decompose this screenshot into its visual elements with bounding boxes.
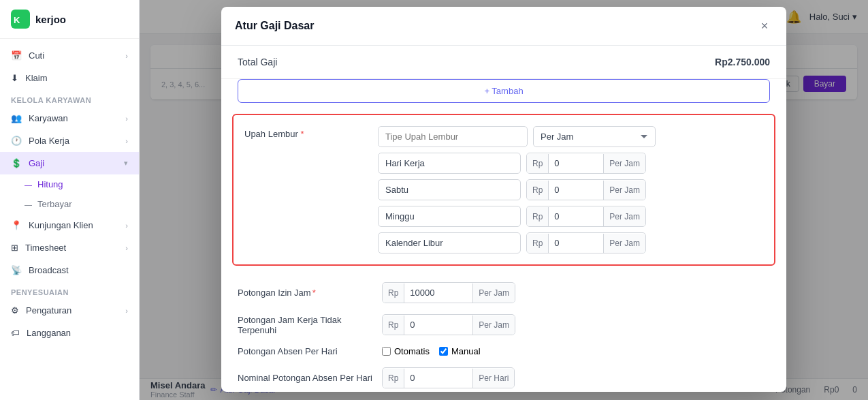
nominal-potongan-rp-prefix: Rp <box>383 369 404 388</box>
sidebar-item-label: Gaji <box>29 158 44 168</box>
hari-kerja-value-input[interactable] <box>549 153 603 173</box>
nominal-potongan-input[interactable] <box>404 368 472 388</box>
chevron-right-icon: › <box>125 221 128 230</box>
potongan-izin-label: Potongan Izin Jam* <box>238 288 374 298</box>
checkbox-otomatis-item[interactable]: Otomatis <box>382 346 430 356</box>
minggu-suffix: Per Jam <box>603 207 645 226</box>
svg-text:K: K <box>14 15 20 25</box>
kalender-libur-rp-group: Rp Per Jam <box>526 232 646 253</box>
tag-icon: 🏷 <box>11 328 20 338</box>
upah-lembur-controls: Per Jam Per Hari Per Bulan Rp <box>378 126 763 253</box>
nominal-potongan-label: Nominal Potongan Absen Per Hari <box>238 373 374 383</box>
sabtu-suffix: Per Jam <box>603 181 645 200</box>
tambah-row: + Tambah <box>221 79 786 114</box>
checkbox-otomatis-label: Otomatis <box>394 346 430 356</box>
modal-body: Total Gaji Rp2.750.000 + Tambah Upah Lem… <box>221 46 786 392</box>
total-gaji-row: Total Gaji Rp2.750.000 <box>221 46 786 79</box>
upah-tipe-row: Per Jam Per Hari Per Bulan <box>378 126 763 147</box>
dollar-icon: 💲 <box>11 158 22 168</box>
minggu-row: Rp Per Jam <box>378 206 763 227</box>
sidebar-item-kunjungan-klien[interactable]: 📍 Kunjungan Klien › <box>0 214 139 236</box>
required-star: * <box>312 288 316 298</box>
sidebar-item-label: Kunjungan Klien <box>29 220 93 230</box>
potongan-absen-label: Potongan Absen Per Hari <box>238 346 374 356</box>
tipe-upah-lembur-input[interactable] <box>378 126 528 147</box>
upah-lembur-required: * <box>300 129 304 139</box>
sidebar-item-gaji[interactable]: 💲 Gaji ▾ <box>0 152 139 174</box>
modal-title: Atur Gaji Dasar <box>235 20 314 32</box>
sidebar-item-broadcast[interactable]: 📡 Broadcast <box>0 259 139 281</box>
potongan-jam-kerja-rp-group: Rp Per Jam <box>382 314 515 335</box>
atur-gaji-dasar-modal: Atur Gaji Dasar × Total Gaji Rp2.750.000… <box>221 7 786 392</box>
rp-prefix-2: Rp <box>527 207 549 226</box>
sidebar-item-pengaturan[interactable]: ⚙ Pengaturan › <box>0 299 139 322</box>
sidebar-item-karyawan[interactable]: 👥 Karyawan › <box>0 107 139 129</box>
potongan-jam-kerja-label: Potongan Jam Kerja Tidak Terpenuhi <box>238 315 374 335</box>
nominal-potongan-controls: Rp Per Hari <box>382 367 770 388</box>
sidebar-sub-terbayar[interactable]: Terbayar <box>0 194 139 214</box>
sidebar-item-label: Cuti <box>29 50 44 61</box>
checkbox-otomatis[interactable] <box>382 347 391 356</box>
sidebar-item-langganan[interactable]: 🏷 Langganan <box>0 322 139 344</box>
chevron-right-icon: › <box>125 52 128 60</box>
sidebar-item-label: Pengaturan <box>26 305 71 316</box>
sidebar-item-label: Pola Kerja <box>29 136 69 146</box>
total-gaji-value: Rp2.750.000 <box>715 57 770 67</box>
total-gaji-label: Total Gaji <box>238 57 277 67</box>
tambah-button[interactable]: + Tambah <box>238 79 770 103</box>
sidebar-item-timesheet[interactable]: ⊞ Timesheet › <box>0 236 139 259</box>
hari-kerja-row: Rp Per Jam <box>378 153 763 174</box>
chevron-right-icon: › <box>125 137 128 145</box>
sidebar-navigation: 📅 Cuti › ⬇ Klaim Kelola Karyawan 👥 Karya… <box>0 39 139 400</box>
sidebar-item-label: Karyawan <box>29 113 68 123</box>
main-content: 🔔 Halo, Suci ▾ Gaji THP (Rp) 2, 3, 4, 5,… <box>140 0 868 400</box>
minggu-input[interactable] <box>378 206 521 227</box>
modal-overlay: Atur Gaji Dasar × Total Gaji Rp2.750.000… <box>140 0 868 400</box>
checkbox-manual[interactable] <box>439 347 448 356</box>
gear-icon: ⚙ <box>11 305 19 316</box>
minggu-rp-group: Rp Per Jam <box>526 206 646 227</box>
sidebar: K kerjoo 📅 Cuti › ⬇ Klaim Kelola Karyawa… <box>0 0 140 400</box>
clock-icon: 🕐 <box>11 136 22 146</box>
checkbox-manual-item[interactable]: Manual <box>439 346 481 356</box>
sabtu-input[interactable] <box>378 179 521 200</box>
chevron-down-icon: ▾ <box>124 159 128 168</box>
sidebar-item-label: Timesheet <box>25 243 66 253</box>
sidebar-item-klaim[interactable]: ⬇ Klaim <box>0 67 139 89</box>
potongan-absen-row: Potongan Absen Per Hari Otomatis Manual <box>221 341 786 362</box>
potongan-jam-kerja-suffix: Per Jam <box>472 316 515 335</box>
hari-kerja-suffix: Per Jam <box>603 154 645 173</box>
modal-close-button[interactable]: × <box>756 18 773 34</box>
nominal-potongan-row: Nominal Potongan Absen Per Hari Rp Per H… <box>221 362 786 392</box>
logo-text: kerjoo <box>35 14 66 25</box>
rp-prefix-3: Rp <box>527 234 549 253</box>
calendar-icon: 📅 <box>11 50 22 61</box>
potongan-jam-kerja-rp-prefix: Rp <box>383 316 404 335</box>
hari-kerja-input[interactable] <box>378 153 521 174</box>
sidebar-item-pola-kerja[interactable]: 🕐 Pola Kerja › <box>0 129 139 152</box>
nominal-potongan-suffix: Per Hari <box>472 369 514 388</box>
kalender-libur-row: Rp Per Jam <box>378 232 763 253</box>
kalender-libur-value-input[interactable] <box>549 233 603 253</box>
broadcast-icon: 📡 <box>11 265 22 275</box>
potongan-izin-input[interactable] <box>404 283 472 303</box>
rp-prefix-1: Rp <box>527 181 549 200</box>
potongan-jam-kerja-controls: Rp Per Jam <box>382 314 770 335</box>
kalender-libur-input[interactable] <box>378 232 521 253</box>
section-penyesuaian: Penyesuaian <box>0 281 139 299</box>
hari-kerja-rp-group: Rp Per Jam <box>526 153 646 174</box>
location-icon: 📍 <box>11 220 22 230</box>
sidebar-item-cuti[interactable]: 📅 Cuti › <box>0 44 139 67</box>
sidebar-sub-hitung[interactable]: Hitung <box>0 174 139 194</box>
sabtu-value-input[interactable] <box>549 180 603 200</box>
potongan-jam-kerja-input[interactable] <box>404 315 472 335</box>
minggu-value-input[interactable] <box>549 206 603 226</box>
kerjoo-logo-icon: K <box>11 10 30 29</box>
upah-lembur-label: Upah Lembur <box>244 129 298 139</box>
per-jam-select[interactable]: Per Jam Per Hari Per Bulan <box>533 126 656 147</box>
chevron-right-icon: › <box>125 114 128 123</box>
download-icon: ⬇ <box>11 73 18 83</box>
sidebar-item-label: Broadcast <box>29 265 69 275</box>
potongan-jam-kerja-row: Potongan Jam Kerja Tidak Terpenuhi Rp Pe… <box>221 309 786 341</box>
users-icon: 👥 <box>11 113 22 123</box>
